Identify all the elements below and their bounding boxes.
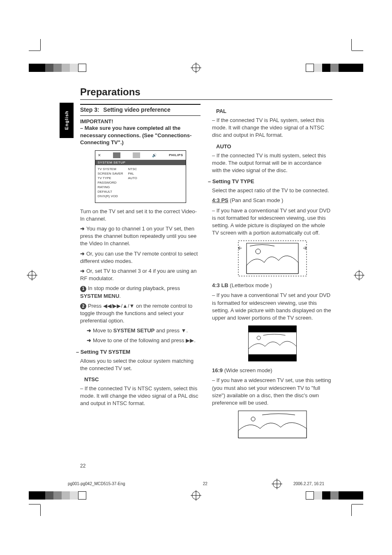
osd-menu-illustration: ✕ 🔊 PHILIPS SYSTEM SETUP TV SYSTEM SCREE… — [95, 150, 186, 203]
list-item: PAL — [128, 171, 137, 176]
option-heading: NTSC — [84, 376, 201, 382]
step-number-icon: 1 — [80, 286, 86, 292]
menu-left-list: TV SYSTEM SCREEN SAVER TV TYPE PASSWORD … — [98, 167, 123, 198]
option-label: 4:3 LB — [212, 282, 228, 288]
list-item: DIVX(R) VOD — [98, 194, 123, 198]
important-label: IMPORTANT! — [80, 118, 201, 124]
page-number: 22 — [80, 463, 85, 469]
menu-icon — [113, 152, 120, 158]
registration-target-icon — [192, 64, 200, 72]
page-title: Preparations — [80, 86, 332, 98]
body-text: ➜You may go to channel 1 on your TV set,… — [80, 225, 201, 248]
menu-right-list: NTSC PAL AUTO — [128, 167, 137, 198]
arrow-icon: ➜ — [87, 327, 91, 334]
list-item: AUTO — [128, 176, 137, 180]
step-title: Setting video preference — [103, 106, 170, 113]
list-item: TV SYSTEM — [98, 167, 123, 171]
body-text: Press — [88, 303, 103, 309]
right-column: PAL – If the connected TV is PAL system,… — [212, 104, 332, 444]
list-item: DEFAULT — [98, 189, 123, 194]
subsection-heading: – Setting TV SYSTEM — [76, 349, 201, 355]
body-text: ➜Or, you can use the TV remote control t… — [80, 250, 201, 265]
step-heading: Step 3: Setting video preference — [80, 104, 201, 116]
body-text: – If the connected TV is multi system, s… — [212, 152, 332, 175]
body-text: ➜Or, set TV to channel 3 or 4 if you are… — [80, 267, 201, 282]
body-text: (Wide screen mode) — [223, 367, 272, 373]
body-text: Select the aspect ratio of the TV to be … — [212, 187, 332, 194]
menu-bar-title: SYSTEM SETUP — [95, 160, 186, 165]
brand-logo: PHILIPS — [169, 153, 183, 157]
pan-scan-illustration — [238, 240, 307, 277]
arrow-icon: ➜ — [80, 251, 85, 257]
body-text: Or, you can use the TV remote control to… — [80, 251, 198, 264]
body-text: 4:3 PS (Pan and Scan mode ) — [212, 197, 332, 204]
body-text: 4:3 LB (Letterbox mode ) — [212, 282, 332, 289]
list-item: RATING — [98, 185, 123, 189]
body-text: Move to — [93, 327, 113, 334]
body-text: Move to one of the following and press ▶… — [93, 337, 196, 343]
body-text: (Pan and Scan mode ) — [228, 197, 284, 203]
body-text: – If you have a conventional TV set and … — [212, 207, 332, 237]
body-text: – If the connected TV is PAL system, sel… — [212, 117, 332, 139]
important-body: – Make sure you have completed all the n… — [80, 124, 201, 146]
registration-target-icon — [28, 271, 36, 279]
body-text: You may go to channel 1 on your TV set, … — [80, 226, 196, 246]
list-item: PASSWORD — [98, 180, 123, 185]
arrow-icon: ➜ — [87, 337, 91, 343]
body-text: and press ▼. — [154, 327, 188, 334]
title-rule — [80, 99, 332, 100]
option-label: 4:3 PS — [212, 197, 228, 203]
step-label: Step 3: — [80, 106, 99, 113]
list-item: NTSC — [128, 167, 137, 171]
numbered-step: 1In stop mode or during playback, press … — [80, 285, 201, 299]
body-text: Or, set TV to channel 3 or 4 if you are … — [80, 268, 197, 281]
option-heading: PAL — [216, 108, 332, 114]
body-text: – If the connected TV is NTSC system, se… — [80, 385, 201, 408]
body-text: – If you have a widescreen TV set, use t… — [212, 377, 332, 407]
step-number-icon: 2 — [80, 303, 86, 309]
letterbox-illustration — [238, 325, 307, 362]
tool-icon: ✕ — [98, 153, 101, 157]
speaker-icon: 🔊 — [152, 153, 157, 157]
body-text: Turn on the TV set and set it to the cor… — [80, 208, 201, 223]
list-item: SCREEN SAVER — [98, 171, 123, 176]
left-column: Step 3: Setting video preference IMPORTA… — [80, 104, 201, 444]
menu-icon — [133, 152, 140, 158]
registration-marks-top — [0, 55, 392, 80]
svg-rect-5 — [248, 355, 296, 361]
body-text: ➜Move to one of the following and press … — [87, 337, 201, 344]
subsection-heading: – Setting TV TYPE — [208, 178, 332, 184]
arrow-icon: ➜ — [80, 268, 85, 274]
registration-target-icon — [192, 491, 200, 500]
body-text: – If you have a conventional TV set and … — [212, 292, 332, 322]
numbered-step: 2Press ◀◀/▶▶/▲/▼ on the remote control t… — [80, 302, 201, 325]
body-text: . — [119, 293, 121, 299]
body-text: 16:9 (Wide screen mode) — [212, 367, 332, 374]
svg-rect-4 — [248, 326, 296, 332]
arrow-icon: ➜ — [80, 226, 85, 232]
option-label: 16:9 — [212, 367, 223, 373]
option-heading: AUTO — [216, 143, 332, 150]
body-text: In stop mode or during playback, press — [88, 285, 180, 291]
body-text: (Letterbox mode ) — [228, 282, 272, 288]
registration-marks-bottom — [0, 483, 392, 508]
registration-target-icon — [355, 271, 363, 279]
widescreen-illustration — [238, 410, 307, 439]
list-item: TV TYPE — [98, 176, 123, 180]
body-text: ➜Move to SYSTEM SETUP and press ▼. — [87, 327, 201, 334]
body-text: SYSTEM SETUP — [113, 327, 154, 334]
body-text: Allows you to select the colour system m… — [80, 357, 201, 372]
body-text: SYSTEM MENU — [80, 293, 119, 299]
language-tab: English — [60, 103, 74, 138]
body-text: ◀◀/▶▶/▲/▼ — [103, 303, 135, 309]
